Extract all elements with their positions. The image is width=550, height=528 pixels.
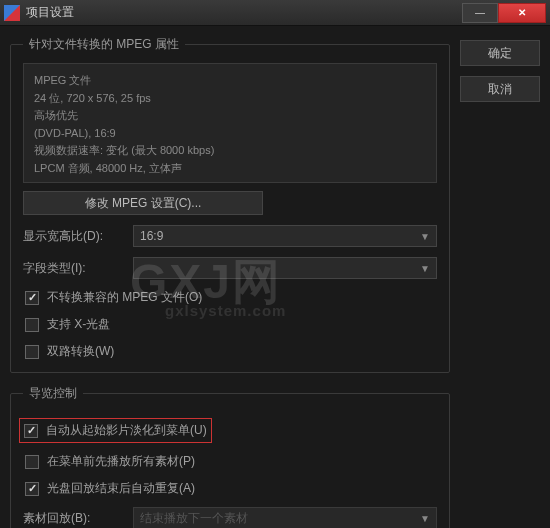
- auto-repeat-label: 光盘回放结束后自动重复(A): [47, 480, 195, 497]
- info-line: 视频数据速率: 变化 (最大 8000 kbps): [34, 142, 426, 160]
- mpeg-info-box: MPEG 文件 24 位, 720 x 576, 25 fps 高场优先 (DV…: [23, 63, 437, 183]
- close-button[interactable]: ✕: [498, 3, 546, 23]
- navigation-control-group: 导览控制 自动从起始影片淡化到菜单(U) 在菜单前先播放所有素材(P) 光盘回放…: [10, 385, 450, 528]
- minimize-button[interactable]: —: [462, 3, 498, 23]
- modify-mpeg-label: 修改 MPEG 设置(C)...: [85, 195, 202, 212]
- info-line: LPCM 音频, 48000 Hz, 立体声: [34, 160, 426, 178]
- ok-label: 确定: [488, 45, 512, 62]
- nav-legend: 导览控制: [23, 385, 83, 402]
- mpeg-properties-group: 针对文件转换的 MPEG 属性 MPEG 文件 24 位, 720 x 576,…: [10, 36, 450, 373]
- field-type-label: 字段类型(I):: [23, 260, 123, 277]
- playback-label: 素材回放(B):: [23, 510, 123, 527]
- highlighted-option: 自动从起始影片淡化到菜单(U): [19, 418, 212, 443]
- chevron-down-icon: ▼: [420, 513, 430, 524]
- modify-mpeg-button[interactable]: 修改 MPEG 设置(C)...: [23, 191, 263, 215]
- info-line: MPEG 文件: [34, 72, 426, 90]
- window-controls: — ✕: [462, 3, 546, 23]
- no-convert-checkbox[interactable]: [25, 291, 39, 305]
- dualpass-checkbox[interactable]: [25, 345, 39, 359]
- fade-label: 自动从起始影片淡化到菜单(U): [46, 422, 207, 439]
- cancel-label: 取消: [488, 81, 512, 98]
- xdisc-checkbox[interactable]: [25, 318, 39, 332]
- play-first-checkbox[interactable]: [25, 455, 39, 469]
- playback-value: 结束播放下一个素材: [140, 510, 248, 527]
- mpeg-legend: 针对文件转换的 MPEG 属性: [23, 36, 185, 53]
- titlebar: 项目设置 — ✕: [0, 0, 550, 26]
- chevron-down-icon: ▼: [420, 231, 430, 242]
- field-type-select[interactable]: ▼: [133, 257, 437, 279]
- aspect-ratio-value: 16:9: [140, 229, 163, 243]
- play-first-label: 在菜单前先播放所有素材(P): [47, 453, 195, 470]
- cancel-button[interactable]: 取消: [460, 76, 540, 102]
- info-line: 高场优先: [34, 107, 426, 125]
- app-icon: [4, 5, 20, 21]
- aspect-ratio-label: 显示宽高比(D):: [23, 228, 123, 245]
- auto-repeat-checkbox[interactable]: [25, 482, 39, 496]
- info-line: (DVD-PAL), 16:9: [34, 125, 426, 143]
- fade-checkbox[interactable]: [24, 424, 38, 438]
- chevron-down-icon: ▼: [420, 263, 430, 274]
- aspect-ratio-select[interactable]: 16:9 ▼: [133, 225, 437, 247]
- dualpass-label: 双路转换(W): [47, 343, 114, 360]
- no-convert-label: 不转换兼容的 MPEG 文件(O): [47, 289, 202, 306]
- window-title: 项目设置: [26, 4, 462, 21]
- info-line: 24 位, 720 x 576, 25 fps: [34, 90, 426, 108]
- playback-select[interactable]: 结束播放下一个素材 ▼: [133, 507, 437, 528]
- ok-button[interactable]: 确定: [460, 40, 540, 66]
- xdisc-label: 支持 X-光盘: [47, 316, 110, 333]
